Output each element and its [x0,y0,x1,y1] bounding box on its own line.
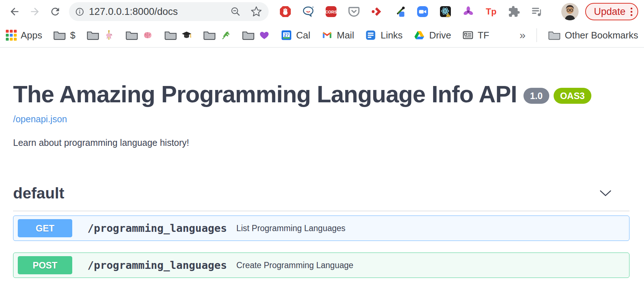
api-badges: 1.0 OAS3 [523,88,591,104]
purple-heart-icon [259,30,270,41]
svg-text:Tp: Tp [486,7,496,16]
puzzle-extensions-icon[interactable] [508,5,521,18]
chat-bubble-extension-icon[interactable] [302,5,315,18]
gmail-icon [321,29,333,41]
bookmark-folder-herb[interactable] [203,30,231,41]
google-calendar-icon: 27 [281,29,292,41]
endpoint-row-post[interactable]: POST /programming_languages Create Progr… [13,253,629,278]
bookmark-apps[interactable]: Apps [6,30,42,41]
section-divider [13,211,629,211]
other-bookmarks-label: Other Bookmarks [565,30,638,41]
zoom-indicator-icon[interactable] [230,6,241,17]
svg-text:CORS: CORS [325,10,337,14]
endpoint-row-get[interactable]: GET /programming_languages List Programm… [13,216,629,241]
pocket-extension-icon[interactable] [347,5,360,18]
swagger-docs-page: The Amazing Programming Language Info AP… [0,82,644,278]
graduation-cap-icon [181,30,192,41]
reload-icon [49,6,61,17]
method-badge-get: GET [18,219,72,237]
profile-avatar[interactable] [561,3,579,20]
bookmarks-bar: Apps $ [0,23,644,48]
bookmark-label: Apps [21,30,42,41]
apps-grid-icon [6,30,17,41]
red-pointer-extension-icon[interactable] [370,5,383,18]
bookmark-label: Links [380,30,403,41]
folder-icon [125,30,138,41]
browser-menu-kebab-icon[interactable] [631,8,632,16]
bookmark-tf[interactable]: TF [462,29,489,41]
folder-icon [164,30,177,41]
bookmark-folder-carousel[interactable] [86,30,114,41]
purple-pinwheel-extension-icon[interactable] [462,5,475,18]
music-playlist-icon[interactable] [530,5,543,18]
zoom-camera-extension-icon[interactable] [416,5,429,18]
method-badge-post: POST [18,256,72,274]
reload-button[interactable] [45,1,65,22]
folder-icon [242,30,255,41]
tp-extension-icon[interactable]: Tp [485,5,498,18]
svg-text:27: 27 [284,33,289,38]
bookmark-folder-heart[interactable] [242,30,270,41]
bookmark-label: Drive [429,30,451,41]
endpoint-summary: Create Programming Language [236,261,353,270]
forward-button[interactable] [25,1,45,22]
google-drive-icon [413,29,425,41]
bookmark-folder-dollar[interactable]: $ [53,30,75,41]
api-title: The Amazing Programming Language Info AP… [13,82,517,107]
page-info-icon[interactable] [75,7,85,17]
bookmark-label: Cal [296,30,310,41]
forward-arrow-icon [29,6,41,17]
openapi-spec-link[interactable]: /openapi.json [13,114,67,124]
other-bookmarks[interactable]: Other Bookmarks [548,30,638,41]
folder-icon [548,30,561,41]
bookmark-star-icon[interactable] [250,6,262,17]
url-text[interactable]: 127.0.0.1:8000/docs [89,6,178,17]
bookmark-links[interactable]: Links [365,29,403,41]
react-devtools-extension-icon[interactable] [439,5,452,18]
extensions-row: CORS [279,5,543,18]
bookmark-label: Mail [337,30,354,41]
bookmark-calendar[interactable]: 27 Cal [281,29,310,41]
folder-icon [53,30,66,41]
update-button[interactable]: Update [585,3,638,20]
oas3-badge: OAS3 [554,88,591,104]
brain-icon [142,30,153,41]
bookmark-folder-graduation[interactable] [164,30,192,41]
api-description: Learn about programming language history… [13,138,629,148]
tag-section-header[interactable]: default [13,184,629,202]
back-arrow-icon [9,6,20,17]
bookmark-mail[interactable]: Mail [321,29,354,41]
endpoint-path: /programming_languages [87,259,227,271]
card-form-icon [462,29,474,41]
bookmark-label: $ [70,30,75,41]
cors-extension-icon[interactable]: CORS [325,5,338,18]
bookmark-label: TF [478,30,489,41]
endpoint-summary: List Programming Languages [236,223,345,233]
browser-toolbar: 127.0.0.1:8000/docs [0,0,644,23]
endpoint-path: /programming_languages [87,222,227,234]
address-bar[interactable]: 127.0.0.1:8000/docs [69,2,269,21]
api-title-row: The Amazing Programming Language Info AP… [13,82,629,107]
stop-hand-extension-icon[interactable] [279,5,292,18]
bookmark-folder-brain[interactable] [125,30,153,41]
tag-section-title: default [13,184,64,202]
herb-icon [220,30,231,41]
bookmarks-divider [537,28,537,42]
carousel-horse-icon [103,30,114,41]
update-label: Update [594,6,625,17]
back-button[interactable] [4,1,25,22]
blue-doc-icon [365,29,376,41]
version-badge: 1.0 [523,88,549,104]
folder-icon [203,30,216,41]
folder-icon [86,30,99,41]
bookmarks-overflow-chevron[interactable]: » [519,29,526,41]
color-picker-extension-icon[interactable] [393,5,406,18]
bookmark-drive[interactable]: Drive [413,29,451,41]
chevron-down-icon[interactable] [599,190,612,197]
